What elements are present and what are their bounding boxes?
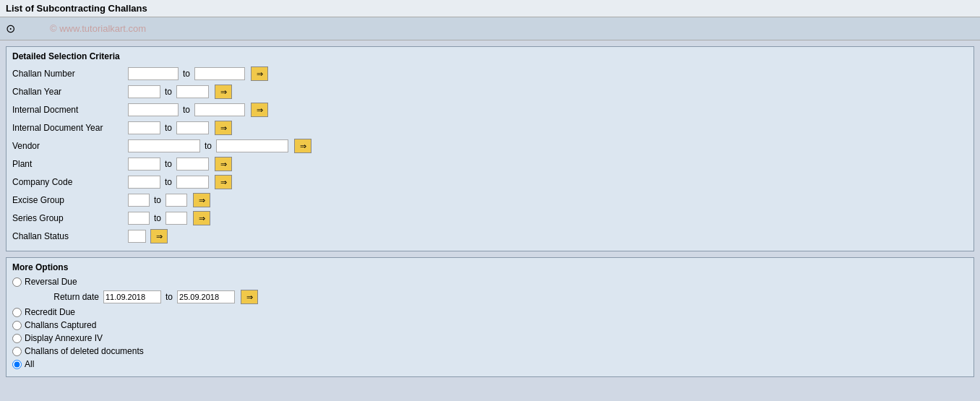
excise-group-from[interactable] [128,194,150,207]
more-options-section: More Options Reversal Due Return date to… [6,257,974,377]
challan-status-row: Challan Status ⇒ [12,228,968,244]
vendor-from[interactable] [128,139,200,152]
internal-docment-label: Internal Docment [12,105,128,115]
challans-captured-label: Challans Captured [25,320,96,330]
detailed-section: Detailed Selection Criteria Challan Numb… [6,46,974,251]
company-code-label: Company Code [12,177,128,187]
excise-group-arrow[interactable]: ⇒ [193,193,210,207]
clock-icon[interactable]: ⊙ [6,22,15,35]
recredit-due-row: Recredit Due [12,307,968,317]
company-code-arrow[interactable]: ⇒ [215,175,232,189]
excise-group-row: Excise Group to ⇒ [12,192,968,208]
plant-arrow[interactable]: ⇒ [215,157,232,171]
reversal-due-radio[interactable] [12,277,22,287]
challan-number-to[interactable] [194,67,245,80]
challan-number-from[interactable] [128,67,179,80]
internal-doc-year-label: Internal Document Year [12,123,128,133]
reversal-due-row: Reversal Due [12,277,968,287]
excise-group-label: Excise Group [12,195,128,205]
plant-to-label: to [165,159,172,169]
toolbar: ⊙ © www.tutorialkart.com [0,17,980,40]
challan-year-arrow[interactable]: ⇒ [215,85,232,99]
internal-doc-year-arrow[interactable]: ⇒ [215,121,232,135]
challan-status-arrow[interactable]: ⇒ [150,229,168,243]
challan-year-from[interactable] [128,85,160,98]
series-group-to-label: to [154,213,161,223]
display-annexure-row: Display Annexure IV [12,333,968,343]
plant-to[interactable] [176,158,209,171]
return-date-to[interactable] [177,290,235,303]
deleted-docs-label: Challans of deleted documents [25,346,144,356]
vendor-label: Vendor [12,141,128,151]
all-radio[interactable] [12,360,22,369]
challan-year-label: Challan Year [12,87,128,97]
internal-docment-arrow[interactable]: ⇒ [251,103,268,117]
challan-number-row: Challan Number to ⇒ [12,66,968,82]
challan-year-to[interactable] [176,85,209,98]
challan-year-to-label: to [165,87,172,97]
vendor-to[interactable] [216,139,288,152]
watermark: © www.tutorialkart.com [50,23,146,34]
excise-group-to-label: to [154,195,161,205]
vendor-row: Vendor to ⇒ [12,138,968,154]
return-date-from[interactable] [103,290,161,303]
internal-doc-year-from[interactable] [128,121,160,134]
plant-row: Plant to ⇒ [12,156,968,172]
recredit-due-radio[interactable] [12,308,22,317]
company-code-to-label: to [165,177,172,187]
plant-label: Plant [12,159,128,169]
deleted-docs-radio[interactable] [12,347,22,356]
plant-from[interactable] [128,158,160,171]
challans-captured-row: Challans Captured [12,320,968,330]
company-code-from[interactable] [128,176,160,189]
internal-doc-year-to[interactable] [176,121,209,134]
series-group-row: Series Group to ⇒ [12,210,968,226]
page-title: List of Subcontracting Challans [6,3,147,14]
recredit-due-label: Recredit Due [25,307,75,317]
series-group-label: Series Group [12,213,128,223]
return-date-to-label: to [166,292,173,302]
series-group-from[interactable] [128,212,150,225]
internal-docment-to-label: to [183,105,190,115]
series-group-to[interactable] [166,212,187,225]
return-date-arrow[interactable]: ⇒ [241,290,258,304]
challan-number-label: Challan Number [12,69,128,79]
series-group-arrow[interactable]: ⇒ [193,211,210,225]
challans-captured-radio[interactable] [12,321,22,330]
title-bar: List of Subcontracting Challans [0,0,980,17]
all-label: All [25,359,34,369]
challan-number-to-label: to [183,69,190,79]
company-code-row: Company Code to ⇒ [12,174,968,190]
display-annexure-radio[interactable] [12,334,22,343]
display-annexure-label: Display Annexure IV [25,333,103,343]
challan-status-input[interactable] [128,230,146,243]
challan-status-label: Challan Status [12,231,128,241]
internal-doc-year-row: Internal Document Year to ⇒ [12,120,968,136]
excise-group-to[interactable] [166,194,187,207]
internal-docment-row: Internal Docment to ⇒ [12,102,968,118]
internal-docment-from[interactable] [128,103,179,116]
challan-number-arrow[interactable]: ⇒ [251,66,268,81]
internal-doc-year-to-label: to [165,123,172,133]
challan-year-row: Challan Year to ⇒ [12,84,968,100]
return-date-label: Return date [27,292,99,302]
deleted-docs-row: Challans of deleted documents [12,346,968,356]
reversal-due-label: Reversal Due [25,277,77,287]
all-row: All [12,359,968,369]
internal-docment-to[interactable] [194,103,245,116]
company-code-to[interactable] [176,176,209,189]
detailed-section-title: Detailed Selection Criteria [12,51,968,61]
vendor-arrow[interactable]: ⇒ [294,139,311,153]
return-date-row: Return date to ⇒ [27,290,968,304]
vendor-to-label: to [205,141,212,151]
more-options-title: More Options [12,262,968,272]
